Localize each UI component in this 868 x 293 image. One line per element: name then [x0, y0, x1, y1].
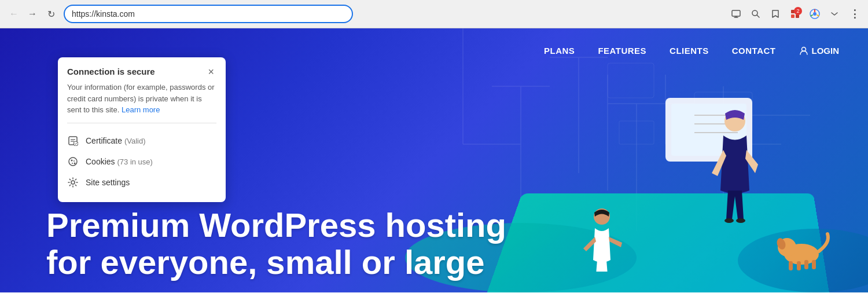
cookies-label: Cookies (73 in use) [86, 157, 153, 166]
svg-point-37 [736, 218, 745, 223]
refresh-button[interactable]: ↻ [43, 6, 59, 22]
chrome-icon-btn[interactable] [807, 6, 823, 22]
bookmark-icon-btn[interactable] [767, 6, 784, 22]
security-popup: Connection is secure × Your information … [58, 57, 226, 202]
address-bar-wrapper [64, 5, 353, 23]
popup-item-cookies[interactable]: Cookies (73 in use) [67, 151, 216, 172]
popup-close-button[interactable]: × [205, 67, 216, 77]
nav-link-features[interactable]: FEATURES [598, 46, 646, 56]
svg-point-51 [69, 158, 77, 166]
extensions-button[interactable]: 2 [787, 6, 803, 22]
svg-line-13 [816, 15, 819, 17]
svg-rect-42 [789, 261, 793, 270]
site-settings-label: Site settings [86, 178, 130, 187]
hero-title: Premium WordPress hosting for everyone, … [46, 207, 506, 281]
svg-point-55 [74, 162, 76, 164]
site-nav: PLANS FEATURES CLIENTS CONTACT LOGIN [515, 28, 868, 73]
svg-point-52 [71, 159, 73, 161]
browser-toolbar: ← → ↻ [0, 0, 868, 28]
svg-rect-43 [797, 261, 801, 270]
website-content: PLANS FEATURES CLIENTS CONTACT LOGIN Pre… [0, 28, 868, 292]
expand-button[interactable] [826, 6, 843, 22]
browser-chrome: ← → ↻ [0, 0, 868, 28]
login-user-icon [799, 46, 808, 56]
search-icon-btn[interactable] [748, 6, 764, 22]
certificate-badge: (Valid) [124, 137, 146, 145]
popup-item-certificate[interactable]: Certificate (Valid) [67, 130, 216, 151]
toolbar-right: 2 ⋮ [728, 6, 862, 22]
screen-icon[interactable] [728, 6, 744, 22]
gear-icon [67, 177, 79, 188]
extensions-badge: 2 [794, 7, 802, 15]
popup-item-site-settings[interactable]: Site settings [67, 172, 216, 193]
menu-button[interactable]: ⋮ [846, 6, 862, 22]
svg-point-10 [813, 12, 816, 16]
hero-title-line2: for everyone, small or large [46, 243, 485, 281]
svg-point-54 [72, 163, 73, 164]
popup-description: Your information (for example, passwords… [67, 82, 216, 116]
popup-title: Connection is secure [67, 67, 155, 76]
svg-point-50 [73, 141, 78, 146]
svg-line-12 [811, 15, 813, 17]
cookies-badge: (73 in use) [117, 158, 152, 166]
hero-section: Premium WordPress hosting for everyone, … [46, 207, 506, 281]
popup-learn-more-link[interactable]: Learn more [122, 105, 160, 114]
svg-rect-45 [812, 260, 816, 269]
login-button[interactable]: LOGIN [799, 46, 840, 56]
nav-link-clients[interactable]: CLIENTS [670, 46, 709, 56]
login-label: LOGIN [812, 46, 840, 56]
nav-link-contact[interactable]: CONTACT [732, 46, 776, 56]
nav-buttons: ← → ↻ [6, 6, 59, 22]
hero-title-line1: Premium WordPress hosting [46, 206, 506, 244]
back-button[interactable]: ← [6, 6, 22, 22]
svg-rect-44 [804, 260, 808, 269]
svg-point-56 [71, 181, 75, 184]
cookie-icon [67, 156, 79, 167]
popup-header: Connection is secure × [67, 67, 216, 77]
popup-divider [67, 123, 216, 123]
forward-button[interactable]: → [24, 6, 41, 22]
hero-illustration [486, 52, 833, 272]
address-bar[interactable] [64, 5, 353, 23]
svg-rect-0 [732, 10, 740, 16]
svg-point-36 [724, 218, 734, 223]
certificate-icon [67, 135, 79, 146]
svg-point-53 [73, 160, 75, 162]
svg-line-4 [757, 15, 759, 17]
certificate-label: Certificate (Valid) [86, 136, 146, 145]
svg-rect-7 [791, 14, 795, 18]
nav-link-plans[interactable]: PLANS [544, 46, 575, 56]
